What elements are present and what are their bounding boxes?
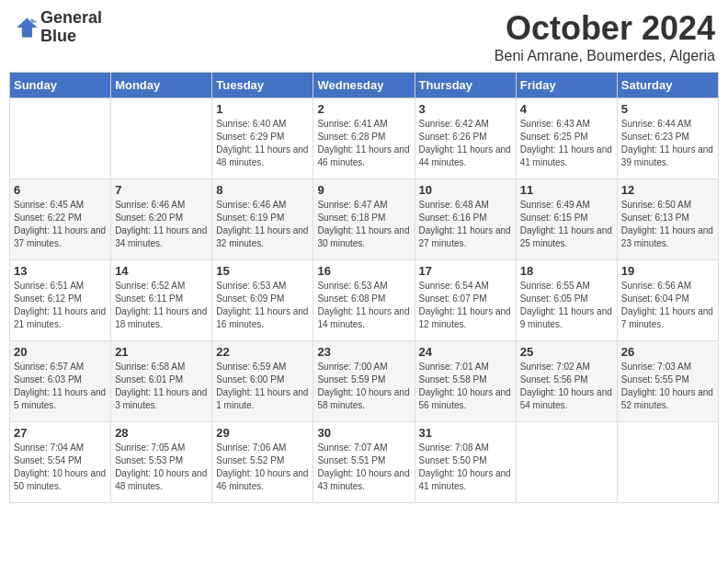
logo-line1: General	[40, 9, 102, 28]
day-number: 27	[14, 426, 107, 440]
day-info: Sunrise: 6:57 AM Sunset: 6:03 PM Dayligh…	[14, 361, 107, 412]
week-row-1: 1Sunrise: 6:40 AM Sunset: 6:29 PM Daylig…	[10, 98, 719, 179]
calendar-cell	[617, 422, 718, 503]
day-number: 19	[621, 264, 714, 278]
calendar-cell: 5Sunrise: 6:44 AM Sunset: 6:23 PM Daylig…	[617, 98, 718, 179]
day-number: 29	[216, 426, 309, 440]
location-title: Beni Amrane, Boumerdes, Algeria	[495, 48, 715, 64]
day-number: 4	[520, 102, 613, 116]
day-info: Sunrise: 7:02 AM Sunset: 5:56 PM Dayligh…	[520, 361, 613, 412]
day-number: 3	[419, 102, 512, 116]
calendar-cell: 9Sunrise: 6:47 AM Sunset: 6:18 PM Daylig…	[313, 179, 415, 260]
day-info: Sunrise: 6:50 AM Sunset: 6:13 PM Dayligh…	[621, 199, 714, 250]
calendar-cell: 15Sunrise: 6:53 AM Sunset: 6:09 PM Dayli…	[212, 260, 313, 341]
calendar-cell: 30Sunrise: 7:07 AM Sunset: 5:51 PM Dayli…	[313, 422, 415, 503]
calendar-cell: 11Sunrise: 6:49 AM Sunset: 6:15 PM Dayli…	[516, 179, 617, 260]
day-info: Sunrise: 7:07 AM Sunset: 5:51 PM Dayligh…	[317, 442, 410, 493]
calendar-cell: 3Sunrise: 6:42 AM Sunset: 6:26 PM Daylig…	[415, 98, 516, 179]
calendar-cell: 2Sunrise: 6:41 AM Sunset: 6:28 PM Daylig…	[313, 98, 415, 179]
day-number: 13	[14, 264, 107, 278]
calendar-cell: 31Sunrise: 7:08 AM Sunset: 5:50 PM Dayli…	[415, 422, 516, 503]
calendar-cell: 21Sunrise: 6:58 AM Sunset: 6:01 PM Dayli…	[111, 341, 212, 422]
calendar-cell: 23Sunrise: 7:00 AM Sunset: 5:59 PM Dayli…	[313, 341, 415, 422]
calendar-cell: 17Sunrise: 6:54 AM Sunset: 6:07 PM Dayli…	[415, 260, 516, 341]
day-info: Sunrise: 6:49 AM Sunset: 6:15 PM Dayligh…	[520, 199, 613, 250]
calendar-cell: 28Sunrise: 7:05 AM Sunset: 5:53 PM Dayli…	[111, 422, 212, 503]
day-info: Sunrise: 6:41 AM Sunset: 6:28 PM Dayligh…	[317, 118, 410, 169]
calendar-cell: 10Sunrise: 6:48 AM Sunset: 6:16 PM Dayli…	[415, 179, 516, 260]
day-info: Sunrise: 7:04 AM Sunset: 5:54 PM Dayligh…	[14, 442, 107, 493]
day-number: 10	[419, 183, 512, 197]
day-number: 16	[317, 264, 410, 278]
day-info: Sunrise: 6:42 AM Sunset: 6:26 PM Dayligh…	[419, 118, 512, 169]
calendar-cell: 1Sunrise: 6:40 AM Sunset: 6:29 PM Daylig…	[212, 98, 313, 179]
header-cell-wednesday: Wednesday	[313, 73, 415, 98]
calendar-body: 1Sunrise: 6:40 AM Sunset: 6:29 PM Daylig…	[10, 98, 719, 503]
calendar-cell: 26Sunrise: 7:03 AM Sunset: 5:55 PM Dayli…	[617, 341, 718, 422]
day-info: Sunrise: 6:44 AM Sunset: 6:23 PM Dayligh…	[621, 118, 714, 169]
calendar-cell: 29Sunrise: 7:06 AM Sunset: 5:52 PM Dayli…	[212, 422, 313, 503]
calendar-cell: 16Sunrise: 6:53 AM Sunset: 6:08 PM Dayli…	[313, 260, 415, 341]
header-row: SundayMondayTuesdayWednesdayThursdayFrid…	[10, 73, 719, 98]
day-info: Sunrise: 6:47 AM Sunset: 6:18 PM Dayligh…	[317, 199, 410, 250]
calendar-cell	[516, 422, 617, 503]
day-info: Sunrise: 6:56 AM Sunset: 6:04 PM Dayligh…	[621, 280, 714, 331]
day-number: 23	[317, 345, 410, 359]
day-number: 1	[216, 102, 309, 116]
day-number: 21	[115, 345, 208, 359]
calendar-cell: 14Sunrise: 6:52 AM Sunset: 6:11 PM Dayli…	[111, 260, 212, 341]
day-number: 11	[520, 183, 613, 197]
page-header: General Blue October 2024 Beni Amrane, B…	[9, 9, 719, 64]
day-info: Sunrise: 7:01 AM Sunset: 5:58 PM Dayligh…	[419, 361, 512, 412]
week-row-2: 6Sunrise: 6:45 AM Sunset: 6:22 PM Daylig…	[10, 179, 719, 260]
day-number: 5	[621, 102, 714, 116]
day-info: Sunrise: 7:03 AM Sunset: 5:55 PM Dayligh…	[621, 361, 714, 412]
calendar-cell	[111, 98, 212, 179]
day-info: Sunrise: 7:06 AM Sunset: 5:52 PM Dayligh…	[216, 442, 309, 493]
day-info: Sunrise: 6:40 AM Sunset: 6:29 PM Dayligh…	[216, 118, 309, 169]
day-number: 20	[14, 345, 107, 359]
calendar-cell	[10, 98, 111, 179]
week-row-5: 27Sunrise: 7:04 AM Sunset: 5:54 PM Dayli…	[10, 422, 719, 503]
day-info: Sunrise: 6:59 AM Sunset: 6:00 PM Dayligh…	[216, 361, 309, 412]
day-number: 8	[216, 183, 309, 197]
header-cell-saturday: Saturday	[617, 73, 718, 98]
day-number: 30	[317, 426, 410, 440]
day-info: Sunrise: 6:58 AM Sunset: 6:01 PM Dayligh…	[115, 361, 208, 412]
day-info: Sunrise: 6:55 AM Sunset: 6:05 PM Dayligh…	[520, 280, 613, 331]
day-number: 28	[115, 426, 208, 440]
day-info: Sunrise: 6:54 AM Sunset: 6:07 PM Dayligh…	[419, 280, 512, 331]
calendar-cell: 27Sunrise: 7:04 AM Sunset: 5:54 PM Dayli…	[10, 422, 111, 503]
logo-line2: Blue	[40, 28, 102, 46]
day-number: 22	[216, 345, 309, 359]
calendar-cell: 7Sunrise: 6:46 AM Sunset: 6:20 PM Daylig…	[111, 179, 212, 260]
day-number: 15	[216, 264, 309, 278]
day-number: 6	[14, 183, 107, 197]
week-row-4: 20Sunrise: 6:57 AM Sunset: 6:03 PM Dayli…	[10, 341, 719, 422]
day-info: Sunrise: 6:46 AM Sunset: 6:19 PM Dayligh…	[216, 199, 309, 250]
day-number: 9	[317, 183, 410, 197]
calendar-cell: 22Sunrise: 6:59 AM Sunset: 6:00 PM Dayli…	[212, 341, 313, 422]
day-number: 26	[621, 345, 714, 359]
day-info: Sunrise: 6:45 AM Sunset: 6:22 PM Dayligh…	[14, 199, 107, 250]
calendar-cell: 13Sunrise: 6:51 AM Sunset: 6:12 PM Dayli…	[10, 260, 111, 341]
header-cell-sunday: Sunday	[10, 73, 111, 98]
calendar-cell: 12Sunrise: 6:50 AM Sunset: 6:13 PM Dayli…	[617, 179, 718, 260]
day-info: Sunrise: 6:46 AM Sunset: 6:20 PM Dayligh…	[115, 199, 208, 250]
day-number: 18	[520, 264, 613, 278]
day-info: Sunrise: 6:51 AM Sunset: 6:12 PM Dayligh…	[14, 280, 107, 331]
calendar-cell: 8Sunrise: 6:46 AM Sunset: 6:19 PM Daylig…	[212, 179, 313, 260]
month-title: October 2024	[495, 9, 715, 48]
calendar-cell: 6Sunrise: 6:45 AM Sunset: 6:22 PM Daylig…	[10, 179, 111, 260]
calendar-cell: 4Sunrise: 6:43 AM Sunset: 6:25 PM Daylig…	[516, 98, 617, 179]
calendar-cell: 18Sunrise: 6:55 AM Sunset: 6:05 PM Dayli…	[516, 260, 617, 341]
logo: General Blue	[13, 9, 102, 46]
header-cell-thursday: Thursday	[415, 73, 516, 98]
header-cell-tuesday: Tuesday	[212, 73, 313, 98]
day-info: Sunrise: 7:00 AM Sunset: 5:59 PM Dayligh…	[317, 361, 410, 412]
calendar-cell: 24Sunrise: 7:01 AM Sunset: 5:58 PM Dayli…	[415, 341, 516, 422]
day-info: Sunrise: 6:53 AM Sunset: 6:08 PM Dayligh…	[317, 280, 410, 331]
calendar-header: SundayMondayTuesdayWednesdayThursdayFrid…	[10, 73, 719, 98]
day-info: Sunrise: 7:05 AM Sunset: 5:53 PM Dayligh…	[115, 442, 208, 493]
day-number: 7	[115, 183, 208, 197]
